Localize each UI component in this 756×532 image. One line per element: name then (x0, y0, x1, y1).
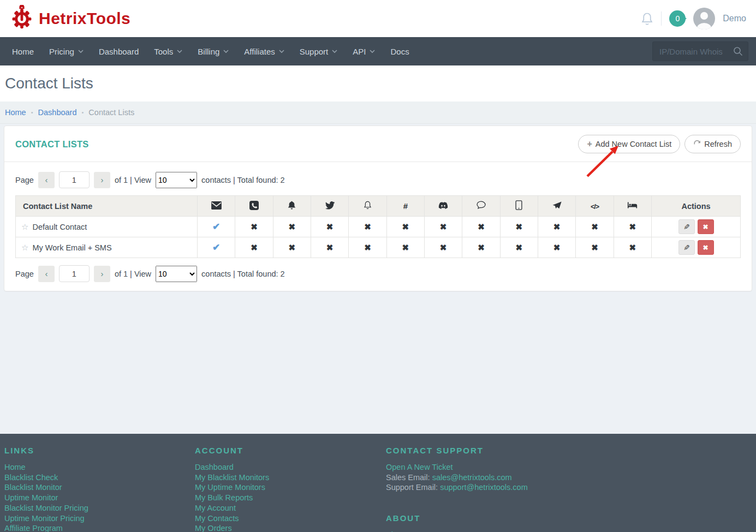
prev-page-button[interactable]: ‹ (38, 172, 55, 188)
nav-item-label: Pricing (49, 47, 74, 56)
favorite-star-icon[interactable]: ☆ (21, 222, 28, 231)
channel-status-cell: ✖ (576, 217, 614, 237)
content-area: CONTACT LISTS + Add New Contact List Ref… (0, 124, 756, 434)
nav-item-dashboard[interactable]: Dashboard (91, 37, 146, 65)
sales-email-link[interactable]: sales@hetrixtools.com (432, 473, 512, 482)
channel-status-cell: ✖ (500, 237, 538, 258)
search-icon[interactable] (733, 46, 743, 56)
status-disabled-icon: ✖ (591, 222, 598, 231)
contact-list-name: Default Contact (32, 223, 87, 231)
footer-account-list: DashboardMy Blacklist MonitorsMy Uptime … (195, 462, 386, 532)
support-email-link[interactable]: support@hetrixtools.com (440, 483, 528, 492)
footer: LINKS HomeBlacklist CheckBlacklist Monit… (0, 434, 756, 532)
edit-contact-list-button[interactable]: ✎ (678, 219, 695, 234)
footer-about-section: ABOUT About Us (386, 513, 752, 532)
open-ticket-link[interactable]: Open A New Ticket (386, 462, 752, 473)
delete-contact-list-button[interactable]: ✖ (698, 240, 714, 255)
footer-link-about-us[interactable]: About Us (386, 530, 752, 532)
channel-status-cell: ✖ (311, 237, 348, 258)
nav-item-billing[interactable]: Billing (190, 37, 236, 65)
footer-link-my-contacts[interactable]: My Contacts (195, 513, 386, 524)
add-new-contact-list-button[interactable]: + Add New Contact List (578, 135, 680, 153)
credits-badge[interactable]: 0 (669, 10, 686, 27)
page-label: Page (15, 270, 34, 278)
footer-link-blacklist-monitor[interactable]: Blacklist Monitor (4, 482, 195, 493)
favorite-star-icon[interactable]: ☆ (21, 243, 28, 252)
username[interactable]: Demo (723, 14, 746, 23)
edit-contact-list-button[interactable]: ✎ (678, 240, 695, 255)
nav-item-home[interactable]: Home (4, 37, 41, 65)
footer-links-heading: LINKS (4, 446, 195, 455)
column-header-chat-bubble-icon (462, 196, 500, 217)
nav-item-tools[interactable]: Tools (146, 37, 190, 65)
nav-item-docs[interactable]: Docs (383, 37, 416, 65)
title-bar: Contact Lists (0, 65, 756, 101)
footer-link-uptime-monitor[interactable]: Uptime Monitor (4, 493, 195, 503)
status-disabled-icon: ✖ (516, 222, 523, 231)
status-disabled-icon: ✖ (478, 222, 485, 231)
action-buttons: ✎✖ (678, 240, 714, 255)
channel-status-cell: ✖ (235, 237, 273, 258)
avatar[interactable] (693, 8, 715, 29)
nav-item-pricing[interactable]: Pricing (41, 37, 91, 65)
nav-item-support[interactable]: Support (292, 37, 346, 65)
breadcrumb-home[interactable]: Home (5, 108, 26, 117)
page-number-input[interactable] (59, 265, 90, 282)
sales-email-row: Sales Email: sales@hetrixtools.com (386, 473, 752, 483)
actions-cell: ✎✖ (652, 217, 741, 237)
table-row: ☆My Work Email + SMS✔✖✖✖✖✖✖✖✖✖✖✖✎✖ (16, 237, 741, 258)
hetrixtools-logo[interactable]: HetrixTools (10, 5, 130, 32)
per-page-select[interactable]: 10 (156, 266, 197, 282)
footer-link-my-blacklist-monitors[interactable]: My Blacklist Monitors (195, 473, 386, 483)
support-email-label: Support Email: (386, 483, 438, 492)
footer-link-home[interactable]: Home (4, 462, 195, 473)
footer-link-blacklist-monitor-pricing[interactable]: Blacklist Monitor Pricing (4, 503, 195, 513)
delete-contact-list-button[interactable]: ✖ (698, 219, 714, 234)
column-header-paper-plane-icon (538, 196, 575, 217)
chevron-down-icon (177, 50, 182, 53)
footer-links-column: LINKS HomeBlacklist CheckBlacklist Monit… (4, 446, 195, 532)
page-of-text: of 1 | View (115, 270, 151, 278)
nav-search (652, 41, 748, 61)
status-enabled-icon: ✔ (212, 242, 220, 253)
footer-link-dashboard[interactable]: Dashboard (195, 462, 386, 473)
nav-item-affiliates[interactable]: Affiliates (236, 37, 291, 65)
next-page-button[interactable]: › (94, 266, 110, 282)
sales-email-label: Sales Email: (386, 473, 430, 482)
per-page-select[interactable]: 10 (156, 172, 197, 188)
footer-link-uptime-monitor-pricing[interactable]: Uptime Monitor Pricing (4, 513, 195, 524)
footer-link-affiliate-program[interactable]: Affiliate Program (4, 523, 195, 532)
notifications-bell-icon[interactable] (641, 12, 653, 26)
status-enabled-icon: ✔ (212, 222, 220, 232)
main-nav: HomePricingDashboardToolsBillingAffiliat… (0, 37, 756, 65)
footer-link-blacklist-check[interactable]: Blacklist Check (4, 473, 195, 483)
header-right: 0 Demo (641, 8, 746, 29)
nav-item-api[interactable]: API (345, 37, 383, 65)
status-disabled-icon: ✖ (629, 243, 636, 252)
refresh-button-label: Refresh (704, 140, 732, 148)
pagination-bottom: Page ‹ › of 1 | View 10 contacts | Total… (15, 265, 741, 282)
footer-link-my-orders[interactable]: My Orders (195, 523, 386, 532)
footer-link-my-bulk-reports[interactable]: My Bulk Reports (195, 493, 386, 503)
column-header-phone-icon (235, 196, 273, 217)
channel-status-cell: ✖ (538, 237, 575, 258)
footer-links-list: HomeBlacklist CheckBlacklist MonitorUpti… (4, 462, 195, 532)
footer-link-my-uptime-monitors[interactable]: My Uptime Monitors (195, 482, 386, 493)
table-header-row: Contact List Name#</>Actions (16, 196, 741, 217)
refresh-button[interactable]: Refresh (684, 135, 741, 153)
channel-status-cell: ✖ (311, 217, 348, 237)
card-header: CONTACT LISTS + Add New Contact List Ref… (15, 135, 741, 153)
channel-status-cell: ✖ (462, 217, 500, 237)
column-header-discord-icon (424, 196, 462, 217)
next-page-button[interactable]: › (94, 172, 110, 188)
column-header-twitter-icon (311, 196, 348, 217)
status-disabled-icon: ✖ (553, 222, 561, 231)
prev-page-button[interactable]: ‹ (38, 266, 55, 282)
page-number-input[interactable] (59, 171, 90, 188)
footer-link-my-account[interactable]: My Account (195, 503, 386, 513)
footer-about-heading: ABOUT (386, 513, 752, 523)
channel-status-cell: ✖ (538, 217, 575, 237)
action-buttons: ✎✖ (678, 219, 714, 234)
breadcrumb-dashboard[interactable]: Dashboard (38, 108, 77, 117)
plus-icon: + (587, 140, 592, 148)
